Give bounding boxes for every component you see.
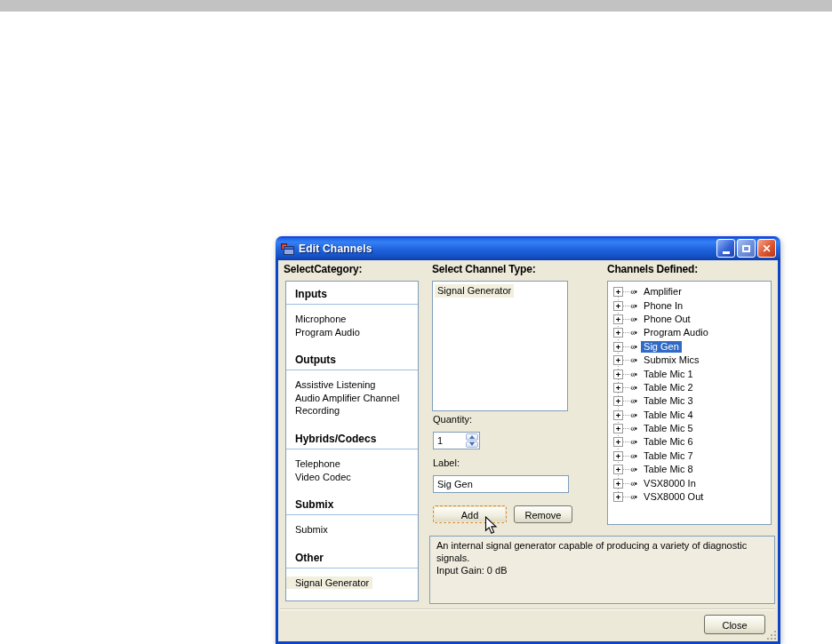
plus-box-icon[interactable]: + xyxy=(613,342,623,352)
tree-item[interactable]: +«•VSX8000 Out xyxy=(608,490,771,504)
titlebar[interactable]: Edit Channels ✕ xyxy=(276,236,780,260)
category-item[interactable]: Submix xyxy=(286,523,418,537)
speaker-channel-icon: «• xyxy=(630,492,636,502)
plus-box-icon[interactable]: + xyxy=(613,383,623,393)
quantity-value[interactable]: 1 xyxy=(434,433,465,449)
category-item[interactable]: Microphone xyxy=(286,313,418,326)
plus-box-icon[interactable]: + xyxy=(613,492,623,502)
plus-box-icon[interactable]: + xyxy=(613,301,623,311)
speaker-channel-icon: «• xyxy=(630,437,636,447)
tree-item-label: Table Mic 2 xyxy=(641,382,696,394)
dialog-client-area: SelectCategory: Select Channel Type: Cha… xyxy=(276,260,780,644)
category-group-header: Outputs xyxy=(286,354,418,366)
description-line: Input Gain: 0 dB xyxy=(436,564,768,576)
plus-box-icon[interactable]: + xyxy=(613,424,623,433)
remove-button[interactable]: Remove xyxy=(514,505,572,523)
tree-item-label: VSX8000 Out xyxy=(641,491,706,503)
category-group-divider xyxy=(286,370,418,370)
tree-item-label: Sig Gen xyxy=(641,341,682,353)
tree-item-label: Phone Out xyxy=(641,314,693,325)
tree-item[interactable]: +«•VSX8000 In xyxy=(608,476,771,489)
speaker-channel-icon: «• xyxy=(630,396,636,406)
tree-connector xyxy=(623,319,629,320)
tree-connector xyxy=(623,415,629,416)
tree-item[interactable]: +«•Table Mic 3 xyxy=(608,394,771,408)
plus-box-icon[interactable]: + xyxy=(613,314,623,324)
channels-tree[interactable]: +«•Amplifier+«•Phone In+«•Phone Out+«•Pr… xyxy=(607,281,772,525)
category-item[interactable]: Recording xyxy=(286,404,418,417)
plus-box-icon[interactable]: + xyxy=(613,465,623,474)
tree-item[interactable]: +«•Submix Mics xyxy=(608,354,771,367)
tree-connector xyxy=(623,360,629,361)
plus-box-icon[interactable]: + xyxy=(613,328,623,338)
close-button[interactable]: Close xyxy=(704,615,765,634)
channel-type-list[interactable]: Signal Generator xyxy=(432,281,568,411)
tree-item[interactable]: +«•Table Mic 6 xyxy=(608,435,771,449)
edit-channels-dialog: Edit Channels ✕ SelectCategory: Select C… xyxy=(276,236,780,644)
tree-item-label: VSX8000 In xyxy=(641,478,699,489)
channel-type-item[interactable]: Signal Generator xyxy=(435,284,514,298)
tree-item[interactable]: +«•Amplifier xyxy=(608,285,771,298)
tree-connector xyxy=(623,374,629,375)
stepper-buttons xyxy=(465,433,479,449)
plus-box-icon[interactable]: + xyxy=(613,410,623,420)
quantity-stepper[interactable]: 1 xyxy=(433,432,480,449)
category-item[interactable]: Telephone xyxy=(286,457,418,471)
minimize-icon[interactable] xyxy=(716,239,735,258)
desktop-top-bar xyxy=(0,0,832,12)
tree-connector xyxy=(623,483,629,484)
tree-item[interactable]: +«•Table Mic 1 xyxy=(608,367,771,380)
tree-item[interactable]: +«•Table Mic 2 xyxy=(608,381,771,394)
resize-grip-icon[interactable] xyxy=(766,630,777,640)
speaker-channel-icon: «• xyxy=(630,328,636,338)
close-icon[interactable]: ✕ xyxy=(757,239,776,258)
tree-item-label: Phone In xyxy=(641,300,685,312)
speaker-channel-icon: «• xyxy=(630,383,636,393)
category-list[interactable]: InputsMicrophoneProgram AudioOutputsAssi… xyxy=(285,281,419,601)
tree-item-label: Amplifier xyxy=(641,286,684,298)
tree-connector xyxy=(623,441,629,442)
tree-item[interactable]: +«•Table Mic 5 xyxy=(608,422,771,435)
tree-item[interactable]: +«•Table Mic 4 xyxy=(608,409,771,422)
category-group-items: Submix xyxy=(286,523,418,537)
category-group-divider xyxy=(286,568,418,568)
speaker-channel-icon: «• xyxy=(630,410,636,420)
tree-item[interactable]: +«•Sig Gen xyxy=(608,340,771,354)
plus-box-icon[interactable]: + xyxy=(613,287,623,297)
plus-box-icon[interactable]: + xyxy=(613,355,623,365)
spin-up-icon[interactable] xyxy=(466,433,478,441)
spin-down-icon[interactable] xyxy=(466,441,478,449)
category-group-divider xyxy=(286,449,418,449)
tree-connector xyxy=(623,428,629,429)
channels-defined-header: Channels Defined: xyxy=(607,263,698,275)
label-field-label: Label: xyxy=(433,457,460,468)
category-item[interactable]: Audio Amplifier Channel xyxy=(286,392,418,405)
category-item[interactable]: Program Audio xyxy=(286,326,418,339)
tree-item-label: Table Mic 6 xyxy=(641,436,696,448)
plus-box-icon[interactable]: + xyxy=(613,370,623,379)
tree-item[interactable]: +«•Program Audio xyxy=(608,326,771,339)
footer-divider xyxy=(280,608,775,610)
category-item[interactable]: Video Codec xyxy=(286,471,418,484)
form-icon xyxy=(281,242,294,255)
category-item[interactable]: Signal Generator xyxy=(286,576,372,590)
quantity-label: Quantity: xyxy=(433,414,472,425)
category-group-header: Hybrids/Codecs xyxy=(286,433,418,445)
tree-item[interactable]: +«•Table Mic 8 xyxy=(608,463,771,476)
plus-box-icon[interactable]: + xyxy=(613,437,623,447)
plus-box-icon[interactable]: + xyxy=(613,479,623,489)
category-group-header: Other xyxy=(286,552,418,564)
tree-item[interactable]: +«•Table Mic 7 xyxy=(608,449,771,463)
plus-box-icon[interactable]: + xyxy=(613,451,623,461)
maximize-icon[interactable] xyxy=(737,239,756,258)
plus-box-icon[interactable]: + xyxy=(613,396,623,406)
tree-item[interactable]: +«•Phone Out xyxy=(608,313,771,326)
speaker-channel-icon: «• xyxy=(630,370,636,379)
tree-item[interactable]: +«•Phone In xyxy=(608,298,771,312)
label-input[interactable] xyxy=(433,475,569,493)
tree-connector xyxy=(623,346,629,347)
select-category-header: SelectCategory: xyxy=(284,263,362,275)
speaker-channel-icon: «• xyxy=(630,287,636,297)
category-group-items: Signal Generator xyxy=(286,576,418,590)
category-item[interactable]: Assistive Listening xyxy=(286,378,418,392)
